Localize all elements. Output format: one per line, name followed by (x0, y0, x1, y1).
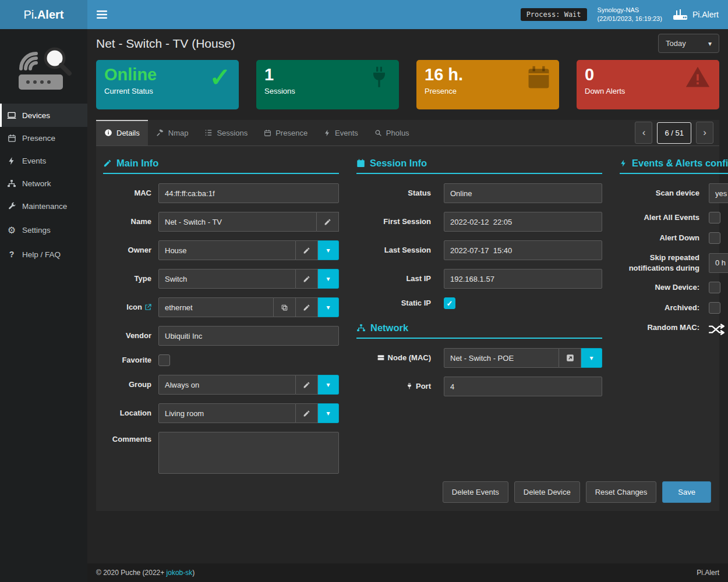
alerts-config-section: Events & Alerts config Scan device ▾ Ale… (620, 158, 728, 481)
last-ip-label: Last IP (356, 274, 444, 284)
hamburger-icon (97, 10, 107, 19)
top-navbar: Pi.Alert Process: Wait Synology-NAS (22/… (0, 0, 728, 29)
sidebar-item-events[interactable]: Events (0, 150, 87, 172)
goto-node-button[interactable] (559, 348, 581, 368)
navbar: Process: Wait Synology-NAS (22/01/2023, … (87, 0, 728, 29)
external-link-icon[interactable] (144, 304, 151, 311)
tab-details[interactable]: Details (96, 120, 148, 146)
period-selector[interactable]: Today ▾ (658, 34, 719, 53)
port-input[interactable] (444, 377, 602, 396)
sidebar-item-label: Network (22, 179, 51, 188)
tab-sessions[interactable]: Sessions (196, 120, 256, 146)
bolt-icon (620, 159, 627, 168)
group-label: Group (103, 379, 158, 390)
delete-events-button[interactable]: Delete Events (443, 481, 508, 503)
copy-icon-button[interactable] (274, 297, 296, 317)
sidebar-item-maintenance[interactable]: Maintenance (0, 195, 87, 218)
alert-all-events-checkbox[interactable]: ✓ (709, 212, 720, 223)
tab-presence[interactable]: Presence (256, 120, 316, 146)
mac-input[interactable] (158, 183, 339, 203)
sidebar-item-label: Presence (22, 134, 55, 143)
group-input[interactable] (158, 375, 296, 395)
mac-label: MAC (103, 188, 158, 198)
comments-textarea[interactable] (158, 432, 339, 474)
check-icon: ✓ (209, 65, 231, 90)
sidebar-item-network[interactable]: Network (0, 172, 87, 195)
favorite-checkbox[interactable]: ✓ (158, 354, 170, 366)
icon-dropdown-button[interactable]: ▾ (318, 297, 339, 317)
sidebar-toggle-button[interactable] (97, 10, 107, 19)
group-dropdown-button[interactable]: ▾ (318, 375, 339, 395)
sidebar-item-presence[interactable]: Presence (0, 127, 87, 150)
down-alerts-card[interactable]: 0 Down Alerts (577, 60, 719, 109)
location-input[interactable] (158, 403, 296, 423)
sidebar-item-help[interactable]: ? Help / FAQ (0, 243, 87, 266)
status-label: Status (356, 188, 444, 198)
presence-card[interactable]: 16 h. Presence (416, 60, 559, 109)
last-ip-input[interactable] (444, 269, 602, 289)
vendor-label: Vendor (103, 331, 158, 341)
delete-device-button[interactable]: Delete Device (514, 481, 580, 503)
page-title: Net - Switch - TV (House) (96, 37, 235, 51)
status-input[interactable] (444, 183, 602, 203)
type-label: Type (103, 274, 158, 284)
skip-notifications-input[interactable] (709, 253, 728, 273)
owner-input[interactable] (158, 240, 296, 260)
node-dropdown-button[interactable]: ▾ (581, 348, 602, 368)
tab-events[interactable]: Events (316, 120, 366, 146)
edit-owner-button[interactable] (296, 240, 318, 260)
last-session-input[interactable] (444, 240, 602, 260)
node-input[interactable] (444, 348, 559, 368)
warning-icon (684, 65, 711, 90)
static-ip-checkbox[interactable]: ✓ (444, 297, 455, 309)
chevron-down-icon: ▾ (589, 354, 593, 361)
sidebar-item-settings[interactable]: ⚙ Settings (0, 218, 87, 243)
question-icon: ? (6, 250, 17, 259)
save-button[interactable]: Save (662, 481, 711, 503)
prev-device-button[interactable]: ‹ (635, 122, 652, 144)
footer: © 2020 Puche (2022+ jokob-sk) Pi.Alert (87, 563, 728, 582)
info-circle-icon (104, 129, 112, 137)
brand-logo[interactable]: Pi.Alert (0, 0, 87, 29)
host-info: Synology-NAS (22/01/2023, 16:19:23) (598, 6, 662, 24)
edit-name-button[interactable] (317, 212, 339, 232)
edit-location-button[interactable] (296, 403, 318, 423)
type-dropdown-button[interactable]: ▾ (318, 269, 339, 289)
owner-row: Owner ▾ (103, 240, 339, 260)
favorite-row: Favorite ✓ (103, 354, 339, 366)
pencil-icon (103, 159, 112, 168)
sidebar-item-label: Settings (22, 226, 51, 235)
vendor-input[interactable] (158, 326, 339, 346)
name-input[interactable] (158, 212, 317, 232)
edit-group-button[interactable] (296, 375, 318, 395)
tab-nmap[interactable]: Nmap (148, 120, 197, 146)
first-session-input[interactable] (444, 212, 602, 232)
alert-down-checkbox[interactable]: ✓ (709, 232, 720, 244)
period-label: Today (666, 39, 686, 48)
archived-checkbox[interactable]: ✓ (709, 302, 720, 314)
scan-device-label: Scan device (620, 188, 709, 198)
sidebar-item-label: Help / FAQ (22, 250, 61, 259)
jokob-sk-link[interactable]: jokob-sk (167, 569, 193, 577)
reset-changes-button[interactable]: Reset Changes (586, 481, 657, 503)
edit-icon-button[interactable] (296, 297, 318, 317)
sidebar-item-devices[interactable]: Devices (0, 104, 87, 127)
chevron-down-icon: ▾ (326, 275, 330, 282)
next-device-button[interactable]: › (696, 122, 713, 144)
type-input[interactable] (158, 269, 296, 289)
location-dropdown-button[interactable]: ▾ (318, 403, 339, 423)
first-session-row: First Session (356, 212, 602, 232)
main-info-heading: Main Info (103, 158, 339, 174)
tab-pholus[interactable]: Pholus (366, 120, 418, 146)
edit-type-button[interactable] (296, 269, 318, 289)
sessions-card[interactable]: 1 Sessions (256, 60, 399, 109)
alert-down-label: Alert Down (620, 233, 709, 243)
icon-input[interactable] (158, 297, 274, 317)
scan-device-input[interactable] (709, 183, 728, 203)
new-device-checkbox[interactable]: ✓ (709, 282, 720, 293)
app-badge[interactable]: Pi.Alert (673, 9, 719, 20)
owner-dropdown-button[interactable]: ▾ (318, 240, 339, 260)
port-row: Port (356, 377, 602, 396)
current-status-card[interactable]: Online Current Status ✓ (96, 60, 239, 109)
bolt-icon (324, 129, 331, 137)
